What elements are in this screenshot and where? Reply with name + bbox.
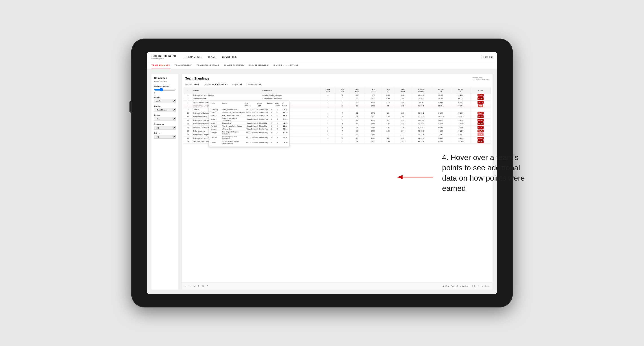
sub-nav-team-summary[interactable]: TEAM SUMMARY: [152, 62, 170, 69]
expand-button[interactable]: ⤢: [478, 285, 479, 287]
filter-gender-value: Men's: [194, 83, 199, 86]
sub-nav-player-h2h-grid[interactable]: PLAYER H2H GRID: [249, 62, 269, 69]
grid-button[interactable]: ⊞: [202, 285, 204, 287]
cell-record: 63-5-0: [411, 101, 431, 104]
tt-event: Williams Cup: [222, 128, 245, 130]
cell-vt25: 7-15-0: [431, 122, 450, 126]
cell-conf: Southeastern Conference: [262, 97, 320, 101]
cell-points: 93.31: [470, 97, 490, 101]
cell-points: 83.89: [470, 137, 490, 140]
sub-nav-team-h2h-heatmap[interactable]: TEAM H2H HEATMAP: [196, 62, 219, 69]
clock-button[interactable]: ⏱: [206, 285, 208, 287]
tt-event: The Cypress Point Classic: [222, 125, 245, 127]
table-row[interactable]: 1 University of North Carolina Atlantic …: [184, 93, 491, 97]
cell-tour: 9: [336, 93, 350, 97]
division-select[interactable]: NCAA Division I NCAA Division II: [154, 108, 176, 112]
tt-type: Match Play: [259, 122, 268, 124]
watch-label: Watch: [462, 285, 468, 287]
filter-region-label: Region:: [232, 83, 239, 86]
tt-rank: +0: [274, 125, 280, 127]
tablet-button-left[interactable]: [130, 101, 131, 113]
gender-select[interactable]: Men's Women's: [154, 99, 176, 103]
cell-vt50: 17-19-0: [450, 122, 470, 126]
update-datetime: 13/03/2024 10:03:42: [472, 79, 489, 81]
comment-button[interactable]: 💬: [472, 285, 475, 287]
tooltip-row: Florida I The Cypress Point Classic NCAA…: [211, 125, 288, 128]
cell-tour: [336, 108, 350, 111]
cell-vt25: 6-12-0: [431, 111, 450, 115]
nav-committee[interactable]: COMMITTEE: [222, 55, 237, 59]
cell-confrank: 4: [320, 111, 336, 115]
cell-low: 272: [394, 122, 411, 126]
cell-low: 274: [394, 129, 411, 133]
cell-confrank: 5: [320, 133, 336, 137]
top-navigation: SCOREBOARD Powered by clippi TOURNAMENTS…: [147, 52, 497, 62]
share-label: Share: [484, 285, 490, 287]
view-original-button[interactable]: 👁 View: Original: [442, 285, 458, 287]
sub-nav-player-h2h-heatmap[interactable]: PLAYER H2H HEATMAP: [273, 62, 298, 69]
table-row[interactable]: 2 Auburn University Southeastern Confere…: [184, 97, 491, 101]
tt-rounds: 3: [269, 137, 273, 139]
cell-vt25: 5-11-1: [431, 119, 450, 122]
nav-tournaments[interactable]: TOURNAMENTS: [183, 55, 202, 59]
cell-avg: 1.45: [382, 122, 394, 126]
filter-division-label: Division:: [204, 83, 212, 86]
cell-adj: 278.6: [365, 126, 382, 129]
sub-nav-team-h2h-grid[interactable]: TEAM H2H GRID: [174, 62, 192, 69]
conference-select[interactable]: (All): [154, 126, 176, 130]
min-rounds-slider[interactable]: [154, 88, 176, 91]
share-icon: ↗: [482, 285, 484, 287]
tt-type: Stroke Play: [259, 137, 268, 139]
cell-low: 267: [394, 140, 411, 144]
cell-bnds: 18: [350, 126, 365, 129]
watch-button[interactable]: ● Watch ▾: [460, 285, 470, 287]
cell-points: 78.5: [470, 104, 490, 108]
tooltip-col-team: Team: [211, 102, 220, 106]
tooltip-row: Univers... Southern Highlands Collegiate…: [211, 111, 288, 114]
cell-tour: 8: [336, 104, 350, 108]
cell-low: 268: [394, 101, 411, 104]
cell-points: 88.71: [470, 129, 490, 133]
cell-rank: 23: [184, 129, 192, 133]
cell-points: 88.07: [470, 111, 490, 115]
cell-points: [470, 108, 490, 111]
cell-points: 88.70: [470, 115, 490, 119]
sub-nav-player-summary[interactable]: PLAYER SUMMARY: [224, 62, 244, 69]
cell-tour: 7: [336, 129, 350, 133]
tt-rounds: 3: [269, 108, 273, 111]
cell-points: 83.81: [470, 126, 490, 129]
nav-teams[interactable]: TEAMS: [208, 55, 216, 59]
refresh-button[interactable]: ↻: [194, 285, 195, 287]
sign-out-button[interactable]: Sign out: [484, 56, 492, 58]
redo-button[interactable]: ↪: [189, 285, 191, 287]
tt-div: NCAA Division I: [246, 142, 258, 144]
school-select[interactable]: (All): [154, 135, 176, 139]
sidebar-division: Division NCAA Division I NCAA Division I…: [154, 105, 176, 112]
nav-links: TOURNAMENTS TEAMS COMMITTEE: [183, 55, 481, 59]
copy-button[interactable]: ⧉: [198, 285, 199, 287]
min-rounds-value: 3: [154, 92, 176, 94]
cell-vt25: 13-9-0: [431, 93, 450, 97]
cell-record: 46-29-0: [411, 126, 431, 129]
cell-avg: 1.3: [382, 137, 394, 140]
sidebar-min-rounds: Minimum Rounds 3: [154, 85, 176, 94]
cell-rank: 19: [184, 115, 192, 119]
cell-vt25: 7-19-1: [431, 133, 450, 137]
region-select[interactable]: N/A All: [154, 117, 176, 121]
undo-button[interactable]: ↩: [184, 285, 186, 287]
cell-avg: 2.86: [382, 93, 394, 97]
share-button[interactable]: ↗ Share: [482, 285, 490, 287]
tt-event: Southern Highlands Collegiate: [222, 111, 245, 113]
col-no-tour: NoTour: [336, 87, 350, 93]
cell-tour: 7: [336, 126, 350, 129]
sidebar-division-label: Division: [154, 105, 176, 107]
tt-event: Collegiate Fellowship: [222, 108, 245, 111]
sidebar: Committee Portal Review Minimum Rounds 3…: [152, 74, 178, 290]
nav-divider: |: [481, 55, 482, 59]
sidebar-region: Region N/A All: [154, 114, 176, 121]
col-points: Points: [470, 87, 490, 93]
cell-adj: [365, 108, 382, 111]
cell-vt50: 46-5-0: [450, 101, 470, 104]
tt-rank: +0: [274, 137, 280, 139]
cell-bnds: 22: [350, 119, 365, 122]
